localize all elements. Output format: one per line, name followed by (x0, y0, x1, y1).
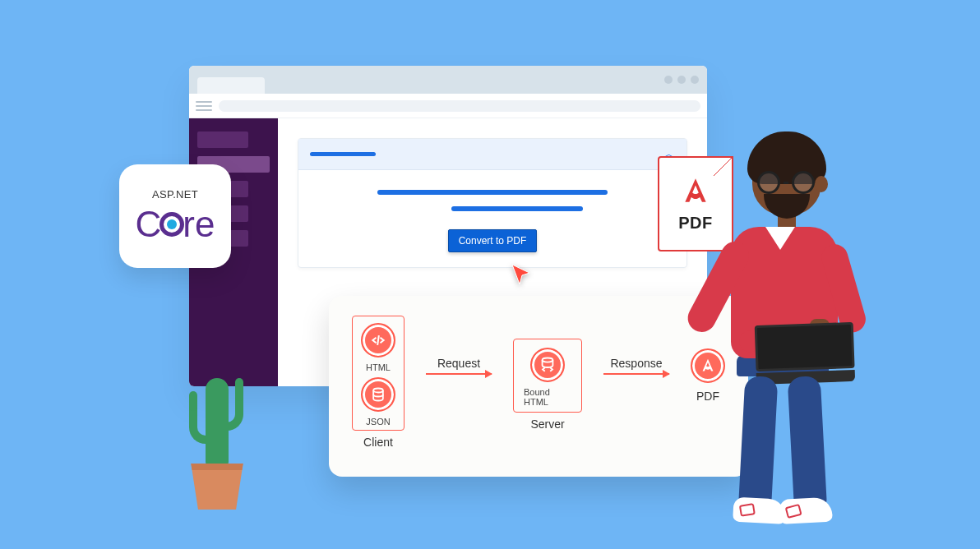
bound-html-node-label: Bound HTML (524, 387, 571, 407)
window-controls (664, 76, 699, 84)
glasses-icon (757, 171, 815, 194)
window-control-dot[interactable] (677, 76, 686, 84)
request-arrow: Request (426, 357, 492, 375)
content-line (377, 190, 608, 195)
aspnet-core-logo-icon: C re (136, 204, 215, 245)
flow-diagram-card: HTML JSON Client Request (329, 296, 748, 477)
person-illustration (700, 141, 865, 536)
server-group-label: Server (530, 418, 564, 431)
server-group: Bound HTML (513, 339, 582, 413)
panel-header[interactable]: ︿ (298, 139, 686, 170)
aspnet-core-badge: ASP.NET C re (119, 164, 231, 268)
panel-body: Convert to PDF (298, 170, 686, 267)
content-line (451, 206, 583, 211)
browser-tab[interactable] (197, 77, 265, 94)
aspnet-label: ASP.NET (152, 188, 198, 201)
bound-html-node-icon (530, 348, 565, 382)
json-node-label: JSON (366, 417, 390, 427)
html-node-label: HTML (366, 362, 391, 372)
window-control-dot[interactable] (691, 76, 699, 84)
response-arrow: Response (603, 357, 669, 375)
response-label: Response (610, 357, 662, 370)
content-panel: ︿ Convert to PDF (298, 138, 687, 268)
convert-to-pdf-button[interactable]: Convert to PDF (448, 229, 538, 252)
browser-tab-bar (189, 66, 707, 94)
panel-title-placeholder (310, 152, 376, 156)
request-label: Request (437, 357, 480, 370)
window-control-dot[interactable] (664, 76, 673, 84)
client-group: HTML JSON (352, 316, 404, 431)
html-node-icon (361, 323, 395, 358)
url-bar[interactable] (219, 100, 700, 112)
json-node-icon (361, 377, 395, 412)
svg-point-1 (543, 358, 553, 362)
cactus-illustration (187, 378, 247, 510)
client-group-label: Client (363, 436, 393, 449)
svg-point-0 (373, 389, 383, 393)
browser-toolbar (189, 94, 707, 118)
hamburger-icon[interactable] (196, 101, 212, 111)
sidebar-item[interactable] (197, 131, 248, 148)
